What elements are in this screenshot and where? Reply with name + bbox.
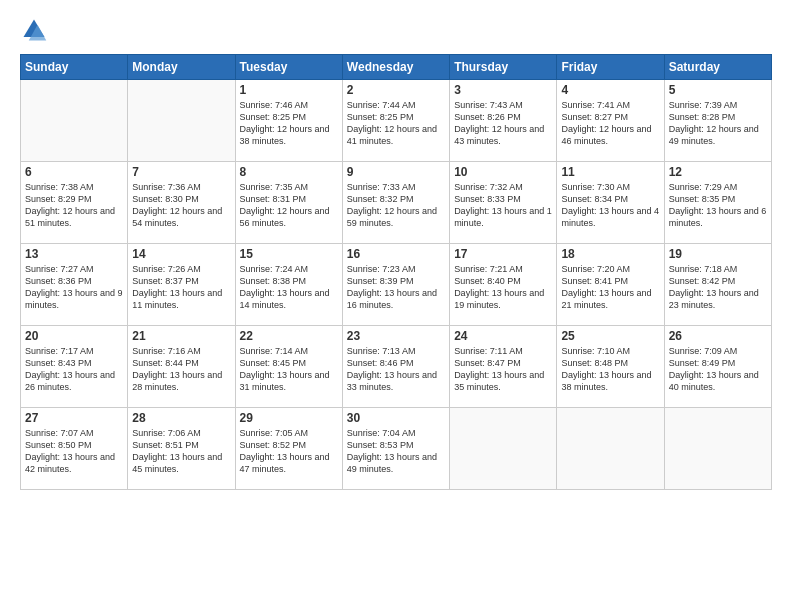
day-info: Sunrise: 7:35 AMSunset: 8:31 PMDaylight:… [240,181,338,230]
day-info: Sunrise: 7:26 AMSunset: 8:37 PMDaylight:… [132,263,230,312]
calendar-cell: 30Sunrise: 7:04 AMSunset: 8:53 PMDayligh… [342,408,449,490]
day-number: 6 [25,165,123,179]
calendar-cell: 4Sunrise: 7:41 AMSunset: 8:27 PMDaylight… [557,80,664,162]
calendar-header-thursday: Thursday [450,55,557,80]
day-info: Sunrise: 7:24 AMSunset: 8:38 PMDaylight:… [240,263,338,312]
calendar-cell: 16Sunrise: 7:23 AMSunset: 8:39 PMDayligh… [342,244,449,326]
calendar-header-tuesday: Tuesday [235,55,342,80]
day-info: Sunrise: 7:39 AMSunset: 8:28 PMDaylight:… [669,99,767,148]
day-number: 23 [347,329,445,343]
page: SundayMondayTuesdayWednesdayThursdayFrid… [0,0,792,612]
day-info: Sunrise: 7:36 AMSunset: 8:30 PMDaylight:… [132,181,230,230]
calendar-week-1: 1Sunrise: 7:46 AMSunset: 8:25 PMDaylight… [21,80,772,162]
day-info: Sunrise: 7:09 AMSunset: 8:49 PMDaylight:… [669,345,767,394]
day-number: 8 [240,165,338,179]
calendar-week-2: 6Sunrise: 7:38 AMSunset: 8:29 PMDaylight… [21,162,772,244]
calendar-cell: 18Sunrise: 7:20 AMSunset: 8:41 PMDayligh… [557,244,664,326]
calendar-cell: 8Sunrise: 7:35 AMSunset: 8:31 PMDaylight… [235,162,342,244]
day-info: Sunrise: 7:04 AMSunset: 8:53 PMDaylight:… [347,427,445,476]
calendar-cell [664,408,771,490]
calendar-header-monday: Monday [128,55,235,80]
day-info: Sunrise: 7:16 AMSunset: 8:44 PMDaylight:… [132,345,230,394]
day-info: Sunrise: 7:10 AMSunset: 8:48 PMDaylight:… [561,345,659,394]
calendar-cell: 7Sunrise: 7:36 AMSunset: 8:30 PMDaylight… [128,162,235,244]
day-number: 9 [347,165,445,179]
day-number: 11 [561,165,659,179]
day-number: 28 [132,411,230,425]
day-info: Sunrise: 7:07 AMSunset: 8:50 PMDaylight:… [25,427,123,476]
day-number: 10 [454,165,552,179]
day-number: 19 [669,247,767,261]
calendar-cell: 23Sunrise: 7:13 AMSunset: 8:46 PMDayligh… [342,326,449,408]
day-number: 14 [132,247,230,261]
calendar-cell: 10Sunrise: 7:32 AMSunset: 8:33 PMDayligh… [450,162,557,244]
day-info: Sunrise: 7:06 AMSunset: 8:51 PMDaylight:… [132,427,230,476]
logo [20,16,52,44]
day-info: Sunrise: 7:32 AMSunset: 8:33 PMDaylight:… [454,181,552,230]
calendar-cell: 20Sunrise: 7:17 AMSunset: 8:43 PMDayligh… [21,326,128,408]
calendar-header-saturday: Saturday [664,55,771,80]
header [20,16,772,44]
calendar-cell: 13Sunrise: 7:27 AMSunset: 8:36 PMDayligh… [21,244,128,326]
day-info: Sunrise: 7:17 AMSunset: 8:43 PMDaylight:… [25,345,123,394]
day-info: Sunrise: 7:11 AMSunset: 8:47 PMDaylight:… [454,345,552,394]
calendar-cell: 6Sunrise: 7:38 AMSunset: 8:29 PMDaylight… [21,162,128,244]
calendar-cell: 25Sunrise: 7:10 AMSunset: 8:48 PMDayligh… [557,326,664,408]
calendar-cell [557,408,664,490]
calendar-header-sunday: Sunday [21,55,128,80]
calendar-header-wednesday: Wednesday [342,55,449,80]
calendar-cell: 29Sunrise: 7:05 AMSunset: 8:52 PMDayligh… [235,408,342,490]
day-info: Sunrise: 7:05 AMSunset: 8:52 PMDaylight:… [240,427,338,476]
day-info: Sunrise: 7:38 AMSunset: 8:29 PMDaylight:… [25,181,123,230]
day-info: Sunrise: 7:27 AMSunset: 8:36 PMDaylight:… [25,263,123,312]
day-info: Sunrise: 7:41 AMSunset: 8:27 PMDaylight:… [561,99,659,148]
calendar-cell: 3Sunrise: 7:43 AMSunset: 8:26 PMDaylight… [450,80,557,162]
day-number: 17 [454,247,552,261]
day-number: 15 [240,247,338,261]
calendar-cell: 22Sunrise: 7:14 AMSunset: 8:45 PMDayligh… [235,326,342,408]
day-info: Sunrise: 7:30 AMSunset: 8:34 PMDaylight:… [561,181,659,230]
day-number: 18 [561,247,659,261]
day-info: Sunrise: 7:33 AMSunset: 8:32 PMDaylight:… [347,181,445,230]
day-number: 16 [347,247,445,261]
calendar-cell: 24Sunrise: 7:11 AMSunset: 8:47 PMDayligh… [450,326,557,408]
calendar-cell: 1Sunrise: 7:46 AMSunset: 8:25 PMDaylight… [235,80,342,162]
calendar-week-3: 13Sunrise: 7:27 AMSunset: 8:36 PMDayligh… [21,244,772,326]
calendar-cell: 12Sunrise: 7:29 AMSunset: 8:35 PMDayligh… [664,162,771,244]
day-number: 5 [669,83,767,97]
day-number: 30 [347,411,445,425]
calendar-cell: 14Sunrise: 7:26 AMSunset: 8:37 PMDayligh… [128,244,235,326]
calendar-cell: 28Sunrise: 7:06 AMSunset: 8:51 PMDayligh… [128,408,235,490]
day-info: Sunrise: 7:43 AMSunset: 8:26 PMDaylight:… [454,99,552,148]
calendar-cell: 27Sunrise: 7:07 AMSunset: 8:50 PMDayligh… [21,408,128,490]
day-number: 4 [561,83,659,97]
day-number: 2 [347,83,445,97]
calendar-cell: 2Sunrise: 7:44 AMSunset: 8:25 PMDaylight… [342,80,449,162]
day-info: Sunrise: 7:46 AMSunset: 8:25 PMDaylight:… [240,99,338,148]
calendar-week-5: 27Sunrise: 7:07 AMSunset: 8:50 PMDayligh… [21,408,772,490]
day-number: 25 [561,329,659,343]
logo-icon [20,16,48,44]
calendar-cell: 17Sunrise: 7:21 AMSunset: 8:40 PMDayligh… [450,244,557,326]
day-number: 24 [454,329,552,343]
calendar-cell: 9Sunrise: 7:33 AMSunset: 8:32 PMDaylight… [342,162,449,244]
day-info: Sunrise: 7:23 AMSunset: 8:39 PMDaylight:… [347,263,445,312]
calendar-cell: 11Sunrise: 7:30 AMSunset: 8:34 PMDayligh… [557,162,664,244]
day-info: Sunrise: 7:20 AMSunset: 8:41 PMDaylight:… [561,263,659,312]
calendar-cell: 19Sunrise: 7:18 AMSunset: 8:42 PMDayligh… [664,244,771,326]
calendar-cell: 26Sunrise: 7:09 AMSunset: 8:49 PMDayligh… [664,326,771,408]
calendar-cell [128,80,235,162]
day-number: 13 [25,247,123,261]
day-number: 29 [240,411,338,425]
day-number: 26 [669,329,767,343]
day-number: 1 [240,83,338,97]
day-info: Sunrise: 7:14 AMSunset: 8:45 PMDaylight:… [240,345,338,394]
calendar-cell: 21Sunrise: 7:16 AMSunset: 8:44 PMDayligh… [128,326,235,408]
calendar-cell: 5Sunrise: 7:39 AMSunset: 8:28 PMDaylight… [664,80,771,162]
calendar-week-4: 20Sunrise: 7:17 AMSunset: 8:43 PMDayligh… [21,326,772,408]
day-info: Sunrise: 7:18 AMSunset: 8:42 PMDaylight:… [669,263,767,312]
day-info: Sunrise: 7:44 AMSunset: 8:25 PMDaylight:… [347,99,445,148]
day-number: 21 [132,329,230,343]
calendar-cell [450,408,557,490]
calendar-header-friday: Friday [557,55,664,80]
